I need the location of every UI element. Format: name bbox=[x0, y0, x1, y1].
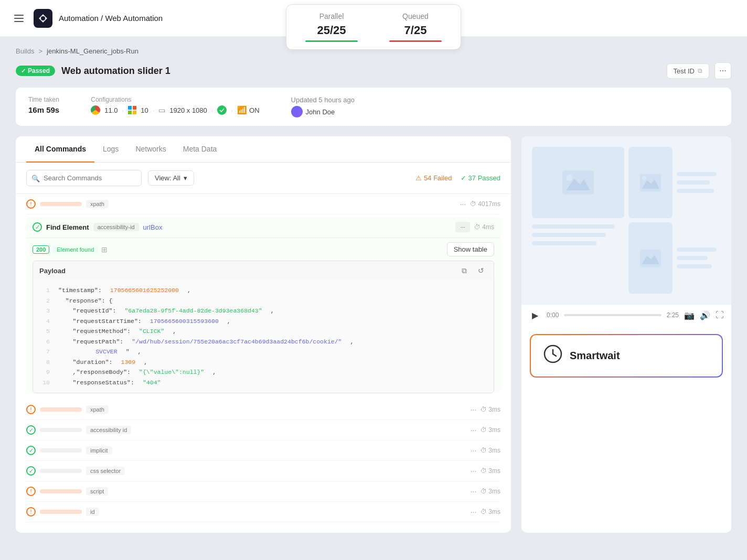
video-controls: ▶ 0:00 2:25 📷 🔊 ⛶ bbox=[521, 304, 731, 326]
cmd-more-6[interactable]: ··· bbox=[471, 467, 477, 475]
cmd-more-5[interactable]: ··· bbox=[471, 446, 477, 455]
windows-icon bbox=[128, 106, 136, 114]
more-options-button[interactable]: ··· bbox=[714, 62, 731, 79]
cmd-more-1[interactable]: ··· bbox=[460, 200, 466, 208]
cmd-time-4: ⏱ 3ms bbox=[481, 426, 500, 434]
show-table-button[interactable]: Show table bbox=[447, 242, 494, 256]
pass-icon-6: ✓ bbox=[26, 466, 36, 476]
svg-rect-5 bbox=[128, 106, 132, 110]
smartwait-clock-icon bbox=[543, 344, 562, 367]
fail-icon-8: ! bbox=[26, 507, 36, 516]
parallel-progress-bar bbox=[305, 40, 358, 42]
video-area bbox=[521, 136, 731, 304]
smartwait-widget: Smartwait bbox=[530, 334, 723, 378]
cmd-time-7: ⏱ 3ms bbox=[481, 488, 500, 495]
search-input[interactable] bbox=[26, 170, 142, 186]
cmd-more-4[interactable]: ··· bbox=[471, 426, 477, 434]
breadcrumb-current: jenkins-ML_Generic_jobs-Run bbox=[47, 47, 138, 55]
command-row-6[interactable]: ✓ css selector ··· ⏱ 3ms bbox=[26, 461, 500, 481]
command-row-8[interactable]: ! id ··· ⏱ 3ms bbox=[26, 502, 500, 522]
cmd-time-1: ⏱ 4017ms bbox=[470, 200, 500, 208]
chrome-icon bbox=[91, 105, 100, 115]
find-element-row[interactable]: ✓ Find Element accessibility-id urlBox ·… bbox=[26, 217, 500, 238]
svg-rect-0 bbox=[14, 15, 24, 16]
video-progress-bar[interactable] bbox=[564, 314, 661, 316]
cmd-more-7[interactable]: ··· bbox=[471, 487, 477, 496]
breadcrumb-builds[interactable]: Builds bbox=[16, 47, 34, 55]
clock-icon-3: ⏱ bbox=[481, 406, 487, 413]
resolution: 1920 x 1080 bbox=[169, 106, 207, 114]
svg-point-14 bbox=[642, 176, 646, 180]
search-bar-row: 🔍 View: All ▾ ⚠ 54 Failed ✓ 37 bbox=[16, 163, 511, 194]
hamburger-button[interactable] bbox=[10, 10, 27, 27]
right-panel: ▶ 0:00 2:25 📷 🔊 ⛶ bbox=[521, 136, 731, 533]
text-lines-1 bbox=[677, 147, 721, 218]
view-all-button[interactable]: View: All ▾ bbox=[148, 170, 194, 186]
queued-label: Queued bbox=[402, 12, 429, 20]
app-title: Automation / Web Automation bbox=[59, 14, 163, 23]
test-id-button[interactable]: Test ID ⧉ bbox=[667, 63, 709, 79]
svg-rect-8 bbox=[133, 111, 136, 114]
status-badge: Passed bbox=[16, 66, 55, 76]
fullscreen-icon[interactable]: ⛶ bbox=[716, 310, 724, 320]
volume-icon[interactable]: 🔊 bbox=[700, 310, 710, 320]
find-element-label: Find Element bbox=[46, 223, 89, 231]
breadcrumb-separator: > bbox=[38, 47, 42, 55]
cmd-time-3: ⏱ 3ms bbox=[481, 406, 500, 413]
play-button[interactable]: ▶ bbox=[529, 309, 541, 321]
svg-line-19 bbox=[553, 354, 556, 356]
top-bar: Automation / Web Automation Parallel 25/… bbox=[0, 0, 747, 37]
svg-rect-2 bbox=[14, 21, 24, 22]
cmd-tag-6: css selector bbox=[86, 467, 125, 475]
check-icon: ✓ bbox=[461, 174, 466, 182]
cmd-bar-6 bbox=[40, 469, 82, 473]
cmd-bar-5 bbox=[40, 448, 82, 453]
clock-icon-7: ⏱ bbox=[481, 488, 487, 495]
total-time: 2:25 bbox=[667, 311, 679, 319]
time-value: 16m 59s bbox=[28, 105, 59, 114]
svg-rect-7 bbox=[128, 111, 132, 114]
command-row-1[interactable]: ! xpath ··· ⏱ 4017ms bbox=[26, 194, 500, 214]
command-row-5[interactable]: ✓ implicit ··· ⏱ 3ms bbox=[26, 440, 500, 461]
thumbnail-1 bbox=[532, 147, 624, 218]
copy-payload-button[interactable]: ⧉ bbox=[458, 264, 471, 277]
smartwait-label: Smartwait bbox=[570, 350, 620, 362]
refresh-payload-button[interactable]: ↺ bbox=[475, 264, 487, 277]
cmd-more-2[interactable]: ··· bbox=[455, 222, 470, 232]
tab-all-commands[interactable]: All Commands bbox=[26, 136, 94, 163]
two-column-layout: All Commands Logs Networks Meta Data 🔍 V… bbox=[16, 136, 731, 533]
svg-rect-15 bbox=[640, 249, 661, 266]
fail-icon-1: ! bbox=[26, 199, 36, 209]
cmd-bar-4 bbox=[40, 428, 82, 432]
cmd-time-6: ⏱ 3ms bbox=[481, 467, 500, 475]
expand-icon[interactable]: ⊞ bbox=[101, 245, 108, 254]
cmd-tag-7: script bbox=[86, 487, 108, 496]
network-status: 📶 ON bbox=[237, 105, 260, 115]
pass-icon-5: ✓ bbox=[26, 446, 36, 455]
fail-icon-7: ! bbox=[26, 487, 36, 496]
cmd-tag-8: id bbox=[86, 508, 99, 516]
svg-rect-6 bbox=[133, 106, 136, 110]
cmd-more-3[interactable]: ··· bbox=[471, 405, 477, 414]
command-row-4[interactable]: ✓ accessibility id ··· ⏱ 3ms bbox=[26, 420, 500, 440]
result-row: 200 Element found ⊞ Show table bbox=[26, 238, 500, 261]
http-status-badge: 200 bbox=[33, 245, 49, 254]
payload-section: Payload ⧉ ↺ 1"timestamp": 17056656016252… bbox=[33, 261, 494, 393]
info-card: Time taken 16m 59s Configurations 11.0 ·… bbox=[16, 88, 731, 126]
screenshot-icon[interactable]: 📷 bbox=[684, 310, 695, 320]
clock-icon-1: ⏱ bbox=[470, 200, 476, 208]
chrome-version: 11.0 bbox=[104, 106, 118, 114]
tab-meta-data[interactable]: Meta Data bbox=[175, 136, 226, 163]
parallel-label: Parallel bbox=[319, 12, 344, 20]
time-label: Time taken bbox=[28, 96, 59, 103]
windows-version: 10 bbox=[141, 106, 148, 114]
find-el-tag-1: accessibility-id bbox=[93, 223, 139, 231]
tab-logs[interactable]: Logs bbox=[94, 136, 127, 163]
clock-icon-4: ⏱ bbox=[481, 426, 487, 434]
command-row-3[interactable]: ! xpath ··· ⏱ 3ms bbox=[26, 400, 500, 420]
cmd-more-8[interactable]: ··· bbox=[471, 508, 477, 516]
resolution-icon: ▭ bbox=[158, 106, 165, 114]
find-el-value: urlBox bbox=[143, 223, 163, 231]
tab-networks[interactable]: Networks bbox=[127, 136, 174, 163]
command-row-7[interactable]: ! script ··· ⏱ 3ms bbox=[26, 481, 500, 502]
